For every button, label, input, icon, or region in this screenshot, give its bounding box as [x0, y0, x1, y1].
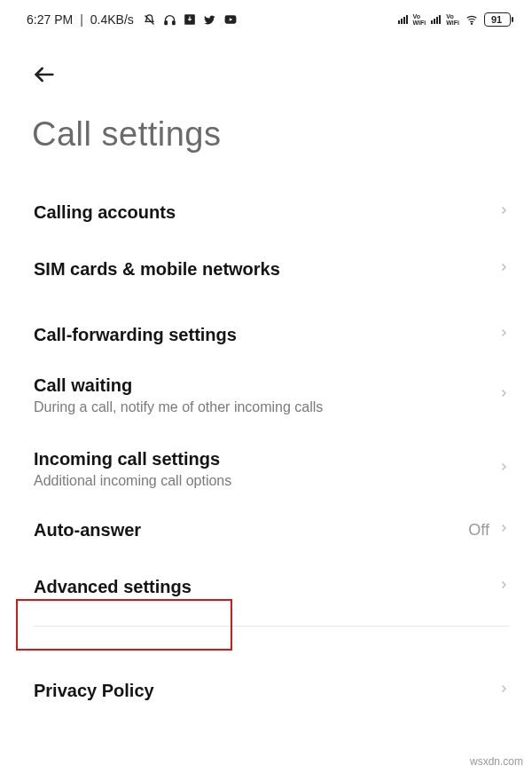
status-notification-icons	[143, 13, 238, 27]
download-icon	[184, 13, 196, 26]
watermark: wsxdn.com	[470, 755, 523, 768]
chevron-right-icon	[498, 259, 509, 280]
item-title: SIM cards & mobile networks	[34, 259, 280, 280]
back-button[interactable]	[32, 57, 67, 92]
mute-icon	[143, 13, 156, 27]
battery-level: 91	[491, 14, 502, 25]
volte-label-1: VoWiFi	[413, 13, 426, 26]
item-sim-networks[interactable]: SIM cards & mobile networks	[0, 241, 532, 297]
settings-list: Calling accounts SIM cards & mobile netw…	[0, 184, 532, 719]
item-privacy-policy[interactable]: Privacy Policy	[0, 662, 532, 719]
chevron-right-icon	[498, 325, 509, 345]
arrow-left-icon	[32, 62, 57, 87]
status-time: 6:27 PM	[27, 12, 73, 27]
volte-label-2: VoWiFi	[446, 13, 459, 26]
item-title: Advanced settings	[34, 577, 192, 597]
youtube-icon	[223, 13, 238, 26]
item-calling-accounts[interactable]: Calling accounts	[0, 184, 532, 241]
item-incoming-call-settings[interactable]: Incoming call settings Additional incomi…	[0, 437, 532, 501]
status-bar: 6:27 PM | 0.4KB/s	[0, 0, 532, 32]
signal-icon-2	[431, 15, 441, 24]
svg-point-4	[471, 23, 472, 24]
chevron-right-icon	[498, 202, 509, 223]
chevron-right-icon	[498, 520, 509, 540]
item-subtitle: During a call, notify me of other incomi…	[34, 399, 323, 415]
status-left: 6:27 PM | 0.4KB/s	[27, 12, 238, 27]
signal-icon-1	[398, 15, 408, 24]
chevron-right-icon	[498, 385, 509, 406]
item-advanced-settings[interactable]: Advanced settings	[0, 558, 532, 615]
chevron-right-icon	[498, 459, 509, 479]
wifi-icon	[465, 13, 479, 26]
item-title: Call-forwarding settings	[34, 325, 237, 345]
item-title: Privacy Policy	[34, 681, 154, 701]
page-title: Call settings	[0, 92, 532, 184]
item-subtitle: Additional incoming call options	[34, 473, 231, 489]
status-right: VoWiFi VoWiFi 91	[398, 12, 511, 27]
auto-answer-value: Off	[468, 521, 489, 540]
status-network-speed: 0.4KB/s	[90, 12, 134, 27]
item-title: Calling accounts	[34, 202, 176, 223]
status-separator: |	[80, 12, 83, 27]
item-title: Auto-answer	[34, 520, 141, 540]
chevron-right-icon	[498, 577, 509, 597]
item-title: Incoming call settings	[34, 449, 231, 469]
item-title: Call waiting	[34, 375, 323, 396]
twitter-icon	[203, 13, 216, 27]
item-auto-answer[interactable]: Auto-answer Off	[0, 501, 532, 558]
item-call-waiting[interactable]: Call waiting During a call, notify me of…	[0, 363, 532, 428]
chevron-right-icon	[498, 681, 509, 701]
section-divider	[34, 626, 509, 627]
headphones-icon	[163, 13, 176, 27]
svg-rect-0	[165, 20, 168, 24]
battery-indicator: 91	[484, 12, 511, 27]
svg-rect-1	[172, 20, 175, 24]
item-call-forwarding[interactable]: Call-forwarding settings	[0, 306, 532, 363]
